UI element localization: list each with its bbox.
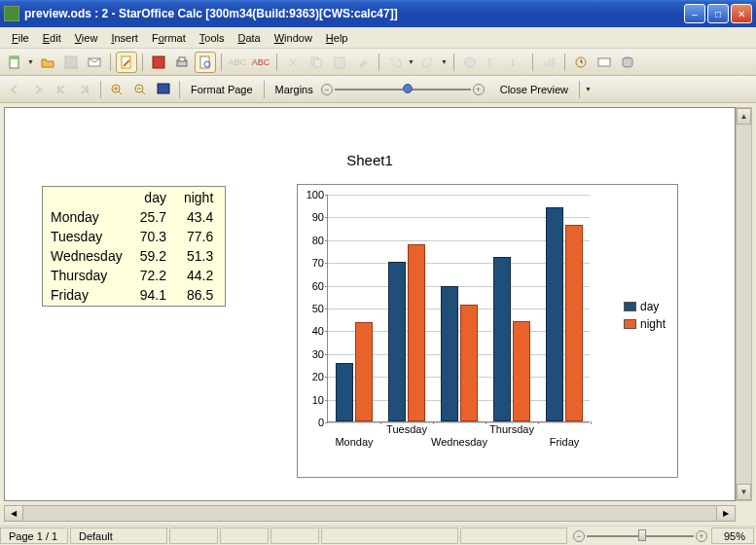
arrow-left-icon bbox=[8, 83, 21, 96]
navigator-icon bbox=[573, 54, 589, 70]
table-row: Thursday72.244.2 bbox=[45, 267, 223, 284]
status-page: Page 1 / 1 bbox=[0, 527, 68, 544]
legend-swatch-night bbox=[624, 319, 636, 329]
autospell-button[interactable]: ABC bbox=[250, 52, 271, 73]
chart-bar bbox=[336, 363, 353, 421]
save-button bbox=[60, 52, 82, 73]
autospell-icon: ABC bbox=[252, 57, 270, 67]
svg-rect-22 bbox=[158, 84, 169, 93]
svg-rect-4 bbox=[122, 56, 130, 68]
undo-dropdown[interactable]: ▼ bbox=[408, 58, 415, 65]
database-icon bbox=[620, 54, 635, 70]
svg-rect-12 bbox=[335, 57, 344, 68]
scroll-left-button[interactable]: ◀ bbox=[4, 505, 23, 522]
minimize-button[interactable]: – bbox=[684, 4, 705, 23]
hscroll-track[interactable] bbox=[23, 505, 716, 522]
status-cell bbox=[321, 527, 458, 544]
scale-plus-button[interactable]: + bbox=[473, 84, 485, 95]
margins-button[interactable]: Margins bbox=[270, 84, 319, 95]
navigator-button[interactable] bbox=[570, 52, 592, 73]
full-screen-button[interactable] bbox=[153, 79, 174, 100]
close-preview-button[interactable]: Close Preview bbox=[494, 84, 574, 95]
titlebar: preview.ods : 2 - StarOffice Calc [300m3… bbox=[0, 0, 756, 27]
mail-button[interactable] bbox=[84, 52, 105, 73]
y-tick-label: 100 bbox=[305, 189, 328, 200]
svg-rect-15 bbox=[548, 59, 551, 67]
menu-help[interactable]: Help bbox=[320, 30, 354, 46]
status-style: Default bbox=[70, 527, 167, 544]
paintbrush-icon bbox=[355, 54, 371, 70]
menu-format[interactable]: Format bbox=[146, 30, 192, 46]
maximize-button[interactable]: □ bbox=[707, 4, 729, 23]
scroll-right-button[interactable]: ▶ bbox=[716, 505, 736, 522]
x-tick-label: Tuesday bbox=[378, 423, 436, 435]
menu-file[interactable]: File bbox=[6, 30, 35, 46]
y-tick-label: 20 bbox=[305, 371, 328, 382]
datasources-button[interactable] bbox=[617, 52, 638, 73]
horizontal-scrollbar[interactable]: ◀ ▶ bbox=[4, 505, 752, 522]
scroll-down-button[interactable]: ▼ bbox=[737, 484, 751, 500]
menu-edit[interactable]: Edit bbox=[37, 30, 67, 46]
fullscreen-icon bbox=[156, 82, 171, 97]
y-tick-label: 90 bbox=[305, 211, 328, 223]
table-row: Tuesday70.377.6 bbox=[45, 228, 223, 245]
scroll-up-button[interactable]: ▲ bbox=[737, 108, 751, 125]
vertical-scrollbar[interactable]: ▲ ▼ bbox=[736, 107, 752, 501]
chart-bar bbox=[565, 225, 583, 421]
zoom-minus-button[interactable]: − bbox=[573, 530, 585, 542]
print-preview-button[interactable] bbox=[195, 52, 216, 73]
format-paint-button bbox=[352, 52, 374, 73]
format-page-button[interactable]: Format Page bbox=[185, 84, 259, 95]
preview-pane[interactable]: Sheet1 day night Monday25.743.4 Tuesday7… bbox=[4, 107, 736, 501]
toolbar-overflow[interactable]: ▼ bbox=[585, 86, 593, 92]
gallery-button[interactable] bbox=[594, 52, 615, 73]
open-button[interactable] bbox=[37, 52, 58, 73]
new-doc-button[interactable] bbox=[4, 52, 25, 73]
y-tick-label: 0 bbox=[305, 417, 328, 428]
sheet-title: Sheet1 bbox=[5, 152, 735, 168]
svg-rect-2 bbox=[65, 56, 77, 68]
menu-view[interactable]: View bbox=[69, 30, 104, 46]
y-tick-label: 10 bbox=[305, 394, 328, 406]
scale-minus-button[interactable]: − bbox=[321, 84, 333, 95]
preview-toolbar: Format Page Margins − + Close Preview ▼ bbox=[0, 76, 756, 103]
y-tick-label: 50 bbox=[305, 303, 328, 314]
export-pdf-button[interactable] bbox=[148, 52, 169, 73]
y-tick-label: 60 bbox=[305, 280, 328, 292]
chart-bar bbox=[493, 257, 511, 421]
new-doc-dropdown[interactable]: ▼ bbox=[27, 58, 35, 65]
chart-bar bbox=[355, 322, 373, 421]
close-button[interactable]: ✕ bbox=[731, 4, 752, 23]
menu-insert[interactable]: Insert bbox=[105, 30, 144, 46]
scale-slider[interactable] bbox=[335, 83, 471, 96]
edit-doc-button[interactable] bbox=[116, 52, 137, 73]
spellcheck-icon: ABC bbox=[229, 57, 247, 67]
mail-icon bbox=[87, 54, 102, 70]
zoom-out-button[interactable] bbox=[129, 79, 151, 100]
zoom-slider[interactable] bbox=[587, 530, 694, 542]
menu-window[interactable]: Window bbox=[269, 30, 318, 46]
legend-item-night: night bbox=[624, 317, 666, 331]
chart-icon bbox=[541, 54, 557, 70]
table-header-night: night bbox=[178, 189, 223, 206]
legend-swatch-day bbox=[624, 302, 636, 311]
zoom-plus-button[interactable]: + bbox=[696, 530, 707, 542]
arrow-first-icon bbox=[54, 83, 68, 96]
status-zoom-value[interactable]: 95% bbox=[711, 527, 754, 544]
y-tick-label: 70 bbox=[305, 257, 328, 269]
print-button[interactable] bbox=[171, 52, 193, 73]
zoom-in-button[interactable] bbox=[106, 79, 127, 100]
table-header-row: day night bbox=[45, 189, 223, 206]
sort-asc-button bbox=[483, 52, 504, 73]
status-zoom-control: − + bbox=[569, 530, 711, 542]
menu-data[interactable]: Data bbox=[232, 30, 266, 46]
redo-dropdown[interactable]: ▼ bbox=[441, 58, 449, 65]
status-cell bbox=[270, 527, 319, 544]
sort-asc-icon bbox=[486, 54, 501, 70]
standard-toolbar: ▼ ABC ABC ▼ ▼ bbox=[0, 49, 756, 76]
table-header-day: day bbox=[134, 189, 176, 206]
save-icon bbox=[63, 54, 79, 70]
scroll-track[interactable] bbox=[737, 125, 751, 484]
menu-tools[interactable]: Tools bbox=[194, 30, 231, 46]
data-table: day night Monday25.743.4 Tuesday70.377.6… bbox=[42, 186, 226, 307]
